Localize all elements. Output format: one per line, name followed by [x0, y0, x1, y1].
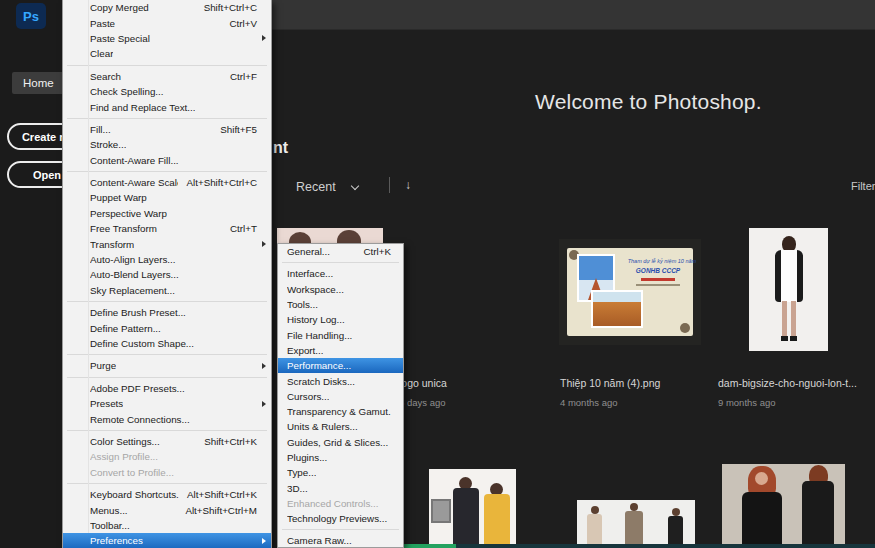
card-text: Tham dự lễ kỷ niệm 10 năm GONHB CCCP	[625, 258, 691, 286]
menu-item-content-aware-scale[interactable]: Content-Aware ScaleAlt+Shift+Ctrl+C	[63, 175, 271, 190]
menu-item-preferences[interactable]: Preferences	[63, 533, 271, 548]
menu-item-fill[interactable]: Fill...Shift+F5	[63, 122, 271, 137]
thumbnail-art	[625, 511, 643, 548]
submenu-arrow-icon	[262, 401, 266, 407]
menu-separator	[282, 529, 399, 530]
menu-item-puppet-warp[interactable]: Puppet Warp	[63, 190, 271, 205]
menu-item-find-and-replace-text[interactable]: Find and Replace Text...	[63, 99, 271, 114]
menu-item-toolbar[interactable]: Toolbar...	[63, 518, 271, 533]
menu-item-stroke[interactable]: Stroke...	[63, 137, 271, 152]
bottom-strip-highlight	[404, 544, 456, 548]
menu-item-history-log[interactable]: History Log...	[278, 312, 403, 327]
menu-item-transform[interactable]: Transform	[63, 236, 271, 251]
thumbnail-art	[791, 301, 796, 337]
menu-separator	[67, 430, 267, 431]
menu-item-purge[interactable]: Purge	[63, 358, 271, 373]
menu-item-search[interactable]: SearchCtrl+F	[63, 69, 271, 84]
bottom-strip	[403, 544, 875, 548]
menu-item-define-brush-preset[interactable]: Define Brush Preset...	[63, 305, 271, 320]
menu-item-shortcut: Shift+Ctrl+C	[196, 2, 257, 13]
menu-item-transparency-gamut[interactable]: Transparency & Gamut...	[278, 404, 403, 419]
menu-item-label: Presets	[90, 398, 123, 409]
menu-item-label: Stroke...	[90, 139, 126, 150]
menu-item-label: Sky Replacement...	[90, 285, 175, 296]
card-decoration	[680, 323, 690, 333]
menu-item-convert-to-profile[interactable]: Convert to Profile...	[63, 465, 271, 480]
menu-item-remote-connections[interactable]: Remote Connections...	[63, 411, 271, 426]
menu-item-auto-blend-layers[interactable]: Auto-Blend Layers...	[63, 267, 271, 282]
menu-item-label: Transparency & Gamut...	[287, 406, 391, 417]
menu-item-label: Technology Previews...	[287, 513, 387, 524]
menu-item-cursors[interactable]: Cursors...	[278, 389, 403, 404]
menu-item-label: Define Pattern...	[90, 323, 161, 334]
menu-item-keyboard-shortcuts[interactable]: Keyboard Shortcuts...Alt+Shift+Ctrl+K	[63, 487, 271, 502]
menu-item-paste[interactable]: PasteCtrl+V	[63, 15, 271, 30]
menu-item-label: Tools...	[287, 299, 318, 310]
menu-item-label: Export...	[287, 345, 323, 356]
photoshop-logo-icon: Ps	[16, 3, 46, 29]
menu-item-label: Define Brush Preset...	[90, 307, 186, 318]
sidebar: Ps Home Create ne Open	[0, 0, 62, 548]
thumbnail-art	[431, 499, 451, 523]
menu-item-plugins[interactable]: Plugins...	[278, 450, 403, 465]
menu-item-interface[interactable]: Interface...	[278, 266, 403, 281]
menu-item-technology-previews[interactable]: Technology Previews...	[278, 511, 403, 526]
menu-item-label: Toolbar...	[90, 520, 130, 531]
menu-item-label: File Handling...	[287, 330, 352, 341]
menu-item-general[interactable]: General...Ctrl+K	[278, 244, 403, 259]
menu-item-paste-special[interactable]: Paste Special	[63, 31, 271, 46]
menu-item-enhanced-controls[interactable]: Enhanced Controls...	[278, 496, 403, 511]
menu-item-guides-grid-slices[interactable]: Guides, Grid & Slices...	[278, 435, 403, 450]
recent-dropdown[interactable]: Recent	[296, 180, 358, 194]
menu-item-type[interactable]: Type...	[278, 465, 403, 480]
file-name[interactable]: dam-bigsize-cho-nguoi-lon-t...	[718, 377, 857, 389]
file-name[interactable]: Thiệp 10 năm (4).png	[560, 377, 660, 389]
menu-item-label: Find and Replace Text...	[90, 102, 195, 113]
menu-item-perspective-warp[interactable]: Perspective Warp	[63, 206, 271, 221]
menu-item-free-transform[interactable]: Free TransformCtrl+T	[63, 221, 271, 236]
menu-item-file-handling[interactable]: File Handling...	[278, 327, 403, 342]
menu-item-label: Type...	[287, 467, 316, 478]
menu-item-workspace[interactable]: Workspace...	[278, 282, 403, 297]
menu-item-presets[interactable]: Presets	[63, 396, 271, 411]
menu-item-scratch-disks[interactable]: Scratch Disks...	[278, 373, 403, 388]
menu-item-define-pattern[interactable]: Define Pattern...	[63, 320, 271, 335]
menu-item-content-aware-fill[interactable]: Content-Aware Fill...	[63, 153, 271, 168]
file-thumbnail-thiep-10-nam[interactable]: Tham dự lễ kỷ niệm 10 năm GONHB CCCP	[559, 239, 701, 345]
menu-item-label: Auto-Blend Layers...	[90, 269, 179, 280]
menu-item-label: Content-Aware Fill...	[90, 155, 179, 166]
thumbnail-art	[775, 250, 803, 302]
edit-menu-list: Copy MergedShift+Ctrl+CPasteCtrl+VPaste …	[63, 0, 271, 548]
menu-item-export[interactable]: Export...	[278, 343, 403, 358]
file-thumbnail-row2-3[interactable]	[722, 464, 845, 548]
menu-item-adobe-pdf-presets[interactable]: Adobe PDF Presets...	[63, 381, 271, 396]
menu-item-tools[interactable]: Tools...	[278, 297, 403, 312]
thumbnail-art	[672, 508, 680, 516]
thumbnail-art	[453, 488, 479, 548]
menu-item-clear[interactable]: Clear	[63, 46, 271, 61]
menu-item-menus[interactable]: Menus...Alt+Shift+Ctrl+M	[63, 502, 271, 517]
sort-direction-icon[interactable]: ↓	[405, 178, 411, 192]
thumbnail-art	[755, 472, 768, 485]
menu-item-auto-align-layers[interactable]: Auto-Align Layers...	[63, 252, 271, 267]
menu-item-color-settings[interactable]: Color Settings...Shift+Ctrl+K	[63, 434, 271, 449]
menu-item-sky-replacement[interactable]: Sky Replacement...	[63, 283, 271, 298]
file-thumbnail-dam-bigsize[interactable]	[749, 228, 828, 351]
menu-separator	[67, 354, 267, 355]
menu-item-3d[interactable]: 3D...	[278, 480, 403, 495]
menu-separator	[67, 118, 267, 119]
file-thumbnail-row2-1[interactable]	[429, 469, 516, 548]
menu-item-performance[interactable]: Performance...	[278, 358, 403, 373]
menu-item-label: Color Settings...	[90, 436, 160, 447]
menu-item-copy-merged[interactable]: Copy MergedShift+Ctrl+C	[63, 0, 271, 15]
thumbnail-art	[781, 336, 788, 341]
menu-item-assign-profile[interactable]: Assign Profile...	[63, 449, 271, 464]
menu-item-define-custom-shape[interactable]: Define Custom Shape...	[63, 336, 271, 351]
menu-item-check-spelling[interactable]: Check Spelling...	[63, 84, 271, 99]
menu-item-camera-raw[interactable]: Camera Raw...	[278, 533, 403, 548]
file-name[interactable]: logo unica	[399, 377, 447, 389]
menu-item-units-rulers[interactable]: Units & Rulers...	[278, 419, 403, 434]
invitation-card-art: Tham dự lễ kỷ niệm 10 năm GONHB CCCP	[567, 248, 693, 336]
file-thumbnail-row2-2[interactable]	[577, 500, 695, 548]
filter-label[interactable]: Filter	[851, 180, 875, 192]
